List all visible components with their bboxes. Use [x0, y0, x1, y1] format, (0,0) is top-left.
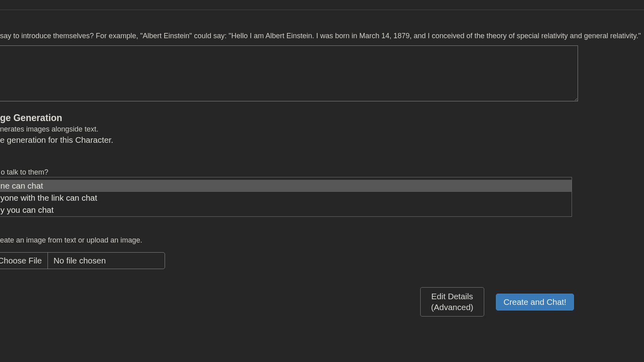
edit-details-button[interactable]: Edit Details (Advanced): [420, 287, 484, 317]
bottom-actions: Edit Details (Advanced) Create and Chat!: [420, 287, 574, 317]
visibility-option-private[interactable]: y you can chat: [0, 204, 572, 216]
intro-prompt-text: say to introduce themselves? For example…: [0, 32, 641, 40]
file-picker: Choose File No file chosen: [0, 252, 165, 269]
avatar-prompt-text: eate an image from text or upload an ima…: [0, 236, 142, 245]
visibility-select[interactable]: ne can chat yone with the link can chat …: [0, 177, 572, 217]
avatar-row: mage or Choose File No file chosen: [0, 252, 165, 269]
visibility-prompt-text: o talk to them?: [1, 168, 48, 177]
visibility-option-public[interactable]: ne can chat: [0, 180, 572, 192]
visibility-option-unlisted[interactable]: yone with the link can chat: [0, 192, 572, 204]
create-and-chat-button[interactable]: Create and Chat!: [496, 294, 574, 311]
no-file-chosen-label: No file chosen: [48, 253, 165, 269]
image-generation-heading: ge Generation: [0, 113, 113, 123]
image-generation-subtext: nerates images alongside text.: [0, 125, 113, 134]
edit-details-line2: (Advanced): [431, 302, 473, 313]
edit-details-line1: Edit Details: [431, 291, 473, 302]
choose-file-button[interactable]: Choose File: [0, 253, 48, 269]
greeting-textarea[interactable]: [0, 45, 578, 101]
image-generation-toggle-label: e generation for this Character.: [0, 135, 113, 145]
divider: [0, 10, 644, 10]
